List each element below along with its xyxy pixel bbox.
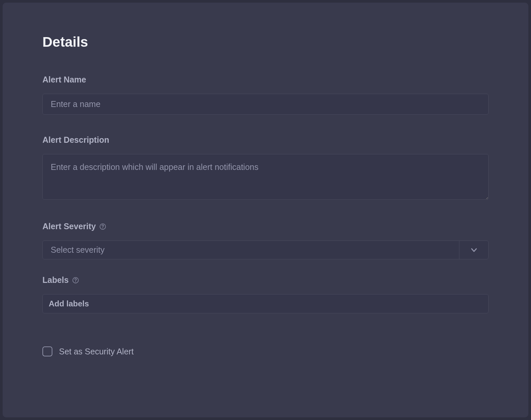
alert-name-input[interactable] [42, 94, 489, 115]
alert-name-field-group: Alert Name [42, 75, 489, 115]
page-title: Details [42, 34, 489, 50]
labels-input[interactable] [42, 294, 489, 313]
alert-severity-label: Alert Severity [42, 222, 489, 231]
chevron-down-icon [459, 241, 488, 259]
labels-label-text: Labels [42, 275, 69, 285]
alert-severity-field-group: Alert Severity Select severity [42, 222, 489, 259]
security-alert-row: Set as Security Alert [42, 346, 489, 356]
alert-severity-select-text: Select severity [43, 241, 459, 259]
svg-point-3 [75, 281, 76, 282]
alert-severity-label-text: Alert Severity [42, 222, 96, 231]
labels-label: Labels [42, 275, 489, 285]
alert-description-input[interactable] [42, 154, 489, 200]
security-alert-checkbox[interactable] [42, 346, 52, 356]
alert-description-label: Alert Description [42, 135, 489, 145]
details-panel: Details Alert Name Alert Description Ale… [3, 3, 528, 417]
alert-name-label: Alert Name [42, 75, 489, 84]
labels-field-group: Labels [42, 275, 489, 313]
help-icon[interactable] [72, 277, 79, 284]
help-icon[interactable] [99, 223, 106, 230]
alert-description-field-group: Alert Description [42, 135, 489, 201]
security-alert-label: Set as Security Alert [59, 347, 134, 356]
alert-severity-select[interactable]: Select severity [42, 240, 489, 259]
svg-point-1 [102, 228, 103, 228]
